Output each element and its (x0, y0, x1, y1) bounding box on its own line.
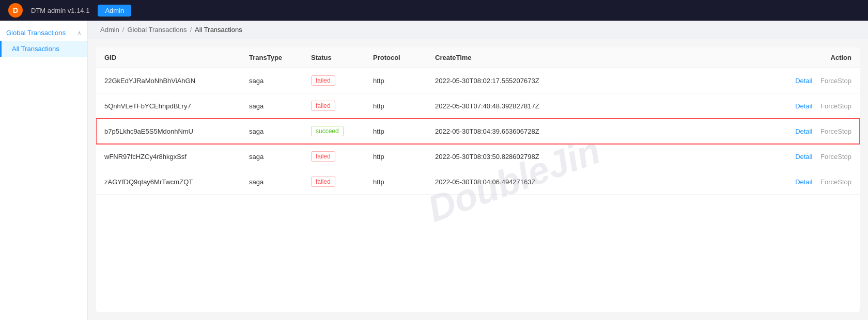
logo: D (8, 3, 23, 18)
status-badge: failed (311, 75, 335, 86)
status-badge: failed (311, 151, 335, 162)
cell-gid: b7p5Lkhc9aE5S5MdonhNmU (96, 119, 241, 144)
cell-protocol: http (365, 93, 427, 119)
layout: Global Transactions ∧ All Transactions A… (0, 21, 868, 320)
col-header-protocol: Protocol (365, 47, 427, 68)
cell-status: failed (303, 68, 365, 93)
cell-action: Detail ForceStop (767, 119, 860, 144)
breadcrumb: Admin / Global Transactions / All Transa… (88, 21, 868, 39)
cell-action: Detail ForceStop (767, 144, 860, 169)
forcestop-button[interactable]: ForceStop (820, 77, 851, 85)
sidebar-section-label: Global Transactions (6, 29, 66, 37)
cell-action: Detail ForceStop (767, 169, 860, 195)
cell-action: Detail ForceStop (767, 93, 860, 119)
detail-button[interactable]: Detail (795, 127, 812, 135)
cell-protocol: http (365, 119, 427, 144)
breadcrumb-sep-1: / (122, 26, 125, 34)
cell-gid: zAGYfDQ9qtay6MrTwcmZQT (96, 169, 241, 195)
table-row: b7p5Lkhc9aE5S5MdonhNmU saga succeed http… (96, 119, 860, 144)
table-row: zAGYfDQ9qtay6MrTwcmZQT saga failed http … (96, 169, 860, 195)
detail-button[interactable]: Detail (795, 178, 812, 186)
col-header-action: Action (767, 47, 860, 68)
forcestop-button[interactable]: ForceStop (820, 178, 851, 186)
table-header: GID TransType Status Protocol CreateTime… (96, 47, 860, 68)
admin-nav-button[interactable]: Admin (98, 5, 131, 17)
cell-transtype: saga (241, 119, 303, 144)
status-badge: succeed (311, 126, 344, 136)
cell-status: failed (303, 169, 365, 195)
cell-protocol: http (365, 68, 427, 93)
forcestop-button[interactable]: ForceStop (820, 102, 851, 110)
app-title: DTM admin v1.14.1 (31, 7, 89, 14)
main-content: Admin / Global Transactions / All Transa… (88, 21, 868, 320)
breadcrumb-admin[interactable]: Admin (100, 26, 119, 34)
breadcrumb-global-transactions[interactable]: Global Transactions (127, 26, 187, 34)
cell-transtype: saga (241, 68, 303, 93)
cell-transtype: saga (241, 93, 303, 119)
sidebar-section-header[interactable]: Global Transactions ∧ (0, 25, 87, 41)
cell-transtype: saga (241, 169, 303, 195)
sidebar-item-all-transactions[interactable]: All Transactions (0, 41, 87, 57)
table-body: 22GkEdYJRaMoNhBhViAhGN saga failed http … (96, 68, 860, 195)
col-header-transtype: TransType (241, 47, 303, 68)
cell-gid: 22GkEdYJRaMoNhBhViAhGN (96, 68, 241, 93)
cell-createtime: 2022-05-30T08:02:17.555207673Z (427, 68, 767, 93)
cell-gid: wFNR97fcHZCy4r8hkgxSsf (96, 144, 241, 169)
cell-protocol: http (365, 144, 427, 169)
cell-status: failed (303, 93, 365, 119)
forcestop-button[interactable]: ForceStop (820, 127, 851, 135)
col-header-gid: GID (96, 47, 241, 68)
cell-gid: 5QnhVLeTFbYCEhhpdBLry7 (96, 93, 241, 119)
detail-button[interactable]: Detail (795, 153, 812, 161)
cell-action: Detail ForceStop (767, 68, 860, 93)
cell-protocol: http (365, 169, 427, 195)
table-row: wFNR97fcHZCy4r8hkgxSsf saga failed http … (96, 144, 860, 169)
status-badge: failed (311, 101, 335, 111)
sidebar: Global Transactions ∧ All Transactions (0, 21, 88, 320)
forcestop-button[interactable]: ForceStop (820, 153, 851, 161)
status-badge: failed (311, 177, 335, 187)
chevron-up-icon: ∧ (78, 30, 81, 36)
cell-createtime: 2022-05-30T08:03:50.828602798Z (427, 144, 767, 169)
breadcrumb-current: All Transactions (195, 26, 242, 34)
table-area: DoubleJin GID TransType Status Protocol … (96, 47, 860, 312)
breadcrumb-sep-2: / (190, 26, 192, 34)
detail-button[interactable]: Detail (795, 77, 812, 85)
detail-button[interactable]: Detail (795, 102, 812, 110)
col-header-createtime: CreateTime (427, 47, 767, 68)
cell-createtime: 2022-05-30T08:04:06.49427163Z (427, 169, 767, 195)
transactions-table: GID TransType Status Protocol CreateTime… (96, 47, 860, 195)
cell-status: failed (303, 144, 365, 169)
table-row: 22GkEdYJRaMoNhBhViAhGN saga failed http … (96, 68, 860, 93)
cell-createtime: 2022-05-30T07:40:48.392827817Z (427, 93, 767, 119)
cell-transtype: saga (241, 144, 303, 169)
top-nav: D DTM admin v1.14.1 Admin (0, 0, 868, 21)
table-row: 5QnhVLeTFbYCEhhpdBLry7 saga failed http … (96, 93, 860, 119)
cell-status: succeed (303, 119, 365, 144)
cell-createtime: 2022-05-30T08:04:39.653606728Z (427, 119, 767, 144)
col-header-status: Status (303, 47, 365, 68)
